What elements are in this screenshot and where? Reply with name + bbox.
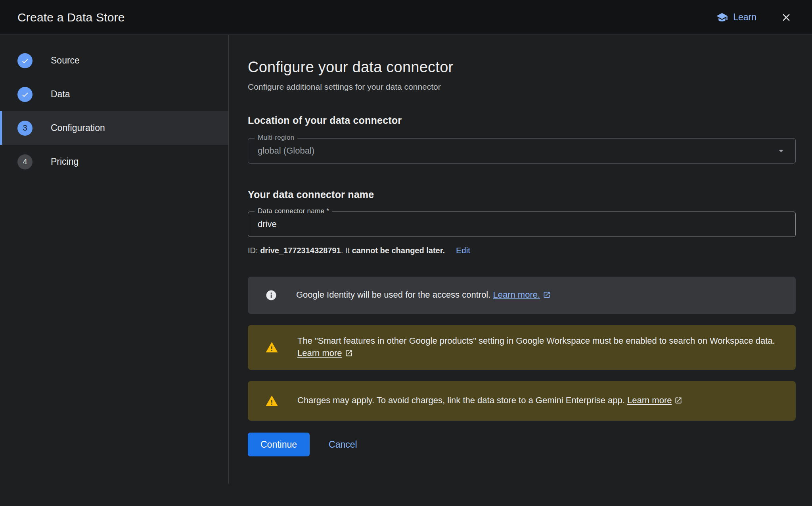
close-icon	[780, 12, 792, 23]
header-actions: Learn	[716, 11, 793, 24]
page-title: Configure your data connector	[248, 59, 796, 76]
helper-bold-text: cannot be changed later.	[352, 246, 445, 255]
connector-id-value: drive_1772314328791	[260, 246, 341, 255]
smart-features-warning-banner: The "Smart features in other Google prod…	[248, 325, 796, 370]
location-section-heading: Location of your data connector	[248, 115, 796, 126]
stepper-item-source[interactable]: Source	[0, 44, 229, 77]
stepper-item-data[interactable]: Data	[0, 77, 229, 111]
sidebar-divider	[228, 35, 229, 484]
link-label: Learn more.	[493, 290, 540, 300]
active-step-indicator	[0, 111, 2, 145]
warning-banner-text: The "Smart features in other Google prod…	[297, 335, 780, 360]
close-button[interactable]	[779, 11, 793, 24]
warning-banner-text: Charges may apply. To avoid charges, lin…	[297, 394, 682, 408]
learn-label: Learn	[733, 12, 756, 23]
connector-id-helper: ID: drive_1772314328791. It cannot be ch…	[248, 246, 796, 255]
name-section-heading: Your data connector name	[248, 189, 796, 200]
charges-learn-more-link[interactable]: Learn more	[627, 395, 683, 405]
step-label: Data	[51, 89, 70, 100]
stepper-item-pricing[interactable]: 4 Pricing	[0, 145, 229, 179]
warning-icon	[265, 341, 278, 354]
warning-learn-more-link[interactable]: Learn more	[297, 348, 353, 358]
helper-mid: . It	[341, 246, 352, 255]
graduation-cap-icon	[716, 12, 728, 23]
warning-icon	[265, 394, 278, 408]
stepper-item-configuration[interactable]: 3 Configuration	[0, 111, 229, 145]
stepper-sidebar: Source Data 3 Configuration 4 Pricing	[0, 35, 229, 506]
dialog-body: Source Data 3 Configuration 4 Pricing Co…	[0, 35, 812, 506]
identity-info-banner: Google Identity will be used for the acc…	[248, 277, 796, 314]
multi-region-value: global (Global)	[248, 146, 776, 156]
info-icon	[265, 289, 277, 301]
warning-text: Charges may apply. To avoid charges, lin…	[297, 395, 627, 405]
info-text: Google Identity will be used for the acc…	[296, 290, 493, 300]
step-complete-icon	[17, 87, 33, 102]
dialog-header: Create a Data Store Learn	[0, 0, 812, 35]
connector-name-label: Data connector name *	[255, 207, 332, 215]
external-link-icon	[345, 348, 353, 360]
form-actions: Continue Cancel	[248, 433, 796, 456]
step-label: Pricing	[51, 156, 79, 167]
connector-name-field: Data connector name *	[248, 212, 796, 237]
step-number: 4	[17, 154, 33, 169]
external-link-icon	[543, 290, 551, 302]
cancel-button[interactable]: Cancel	[329, 439, 357, 450]
dialog-title: Create a Data Store	[17, 11, 125, 24]
continue-button[interactable]: Continue	[248, 433, 310, 456]
edit-id-link[interactable]: Edit	[456, 246, 470, 255]
configuration-panel: Configure your data connector Configure …	[229, 35, 812, 506]
step-complete-icon	[17, 53, 33, 68]
link-label: Learn more	[297, 348, 342, 358]
multi-region-select: Multi-region global (Global)	[248, 138, 796, 164]
link-label: Learn more	[627, 395, 672, 405]
step-label: Source	[51, 55, 80, 66]
external-link-icon	[674, 395, 682, 408]
multi-region-label: Multi-region	[255, 134, 297, 142]
connector-name-input[interactable]	[248, 212, 795, 237]
learn-link[interactable]: Learn	[716, 12, 756, 23]
chevron-down-icon	[776, 145, 787, 156]
info-banner-text: Google Identity will be used for the acc…	[296, 289, 551, 302]
step-number: 3	[17, 121, 33, 136]
page-subtitle: Configure additional settings for your d…	[248, 82, 796, 92]
helper-prefix: ID:	[248, 246, 260, 255]
step-label: Configuration	[51, 123, 105, 133]
charges-warning-banner: Charges may apply. To avoid charges, lin…	[248, 381, 796, 421]
info-learn-more-link[interactable]: Learn more.	[493, 290, 551, 300]
warning-text: The "Smart features in other Google prod…	[297, 336, 775, 346]
